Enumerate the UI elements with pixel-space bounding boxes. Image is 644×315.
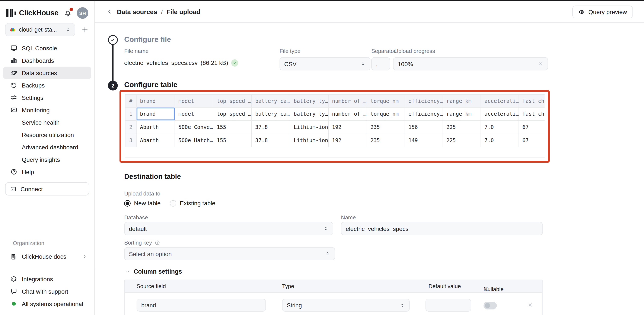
table-cell[interactable]: battery_ca… — [252, 107, 290, 120]
table-cell[interactable]: 156 — [405, 120, 443, 134]
table-cell[interactable]: top_speed_… — [213, 107, 252, 120]
table-name-input[interactable]: electric_vehicles_specs — [341, 222, 543, 235]
sidebar-item-chat-with-support[interactable]: Chat with support — [3, 285, 91, 298]
column-header: fast_cha — [519, 94, 544, 107]
sidebar-item-service-health[interactable]: Service health — [3, 116, 91, 128]
sidebar-item-monitoring[interactable]: Monitoring — [3, 104, 91, 116]
table-cell[interactable]: 155 — [213, 134, 252, 147]
source-field-input[interactable]: brand — [136, 299, 266, 312]
table-cell[interactable]: 67 — [519, 134, 544, 147]
column-settings-toggle[interactable]: Column settings — [125, 268, 182, 275]
preview-table-container: #brandmodeltop_speed_…battery_ca…battery… — [125, 94, 544, 158]
table-row: 1brandmodeltop_speed_…battery_ca…battery… — [125, 107, 544, 120]
table-cell[interactable]: 37.8 — [252, 120, 290, 134]
back-button[interactable] — [106, 8, 113, 15]
table-cell[interactable]: 225 — [443, 120, 481, 134]
table-cell[interactable]: 192 — [328, 134, 367, 147]
step-2-indicator: 2 — [108, 81, 118, 90]
sidebar-item-settings[interactable]: Settings — [3, 91, 91, 104]
upload-progress-field: 100% — [393, 57, 548, 70]
table-cell[interactable]: 7.0 — [481, 134, 519, 147]
table-cell[interactable]: 225 — [443, 134, 481, 147]
sidebar-item-label: Backups — [22, 82, 44, 88]
column-settings-table: Source field Type Default value Nullable… — [124, 280, 543, 315]
table-cell[interactable]: 149 — [405, 134, 443, 147]
column-header: battery_ca… — [252, 94, 290, 107]
table-row: 2Abarth500e Conve…15537.8Lithium-ion1922… — [125, 120, 544, 134]
sidebar-item-query-insights[interactable]: Query insights — [3, 153, 91, 166]
radio-new-table[interactable]: New table — [124, 200, 161, 206]
table-cell[interactable]: 235 — [367, 120, 405, 134]
chevron-updown-icon — [400, 302, 405, 308]
table-cell[interactable]: 7.0 — [481, 120, 519, 134]
table-cell[interactable]: efficiency… — [405, 107, 443, 120]
radio-existing-table[interactable]: Existing table — [170, 200, 216, 206]
table-cell[interactable]: 67 — [519, 120, 544, 134]
table-cell[interactable]: accelerati… — [481, 107, 519, 120]
close-icon[interactable] — [538, 61, 543, 66]
notifications-button[interactable] — [64, 9, 72, 17]
data-sources-icon — [10, 69, 18, 76]
source-field-header: Source field — [136, 283, 166, 290]
name-label: Name — [341, 214, 356, 221]
sidebar-nav: SQL ConsoleDashboardsData sourcesBackups… — [0, 42, 94, 178]
query-preview-button[interactable]: Query preview — [572, 5, 633, 18]
destination-table-title: Destination table — [124, 172, 181, 180]
table-cell[interactable]: 37.8 — [252, 134, 290, 147]
clickhouse-console: ClickHouse SH cloud-get-sta... SQL Conso… — [0, 0, 644, 315]
sidebar-item-data-sources[interactable]: Data sources — [3, 66, 91, 79]
info-icon[interactable] — [154, 240, 160, 246]
sidebar-item-advanced-dashboard[interactable]: Advanced dashboard — [3, 141, 91, 153]
sidebar-item-sql-console[interactable]: SQL Console — [3, 42, 91, 54]
notification-dot — [69, 8, 73, 11]
table-cell[interactable]: battery_ty… — [290, 107, 328, 120]
sidebar-item-resource-utilization[interactable]: Resource utilization — [3, 128, 91, 141]
connect-button[interactable]: Connect — [5, 182, 89, 196]
plus-icon — [81, 26, 89, 34]
table-cell[interactable]: brand — [136, 107, 175, 120]
sorting-key-select[interactable]: Select an option — [124, 247, 335, 260]
table-cell[interactable]: 192 — [328, 120, 367, 134]
service-selector[interactable]: cloud-get-sta... — [5, 23, 75, 36]
file-size: (86.21 kB) — [200, 60, 228, 66]
app-title: ClickHouse — [19, 8, 58, 18]
table-cell[interactable]: number_of_… — [328, 107, 367, 120]
table-cell[interactable]: 500e Conve… — [175, 120, 213, 134]
type-select[interactable]: String — [282, 299, 410, 312]
table-cell[interactable]: Abarth — [136, 134, 175, 147]
breadcrumb-data-sources[interactable]: Data sources — [117, 8, 157, 15]
table-cell[interactable]: Lithium-ion — [290, 120, 328, 134]
table-cell[interactable]: range_km — [443, 107, 481, 120]
building-icon — [10, 253, 18, 260]
separator-input[interactable]: , — [371, 57, 390, 70]
connect-icon — [10, 186, 17, 192]
sidebar-item-integrations[interactable]: Integrations — [3, 273, 91, 285]
table-cell[interactable]: 235 — [367, 134, 405, 147]
table-cell[interactable]: fast_cha — [519, 107, 544, 120]
sidebar-item-label: Data sources — [22, 69, 57, 76]
table-cell[interactable]: 500e Hatch… — [175, 134, 213, 147]
avatar[interactable]: SH — [77, 7, 88, 19]
table-cell[interactable]: 155 — [213, 120, 252, 134]
add-service-button[interactable] — [81, 26, 89, 34]
table-cell[interactable]: Lithium-ion — [290, 134, 328, 147]
sidebar-item-all-systems-operational[interactable]: All systems operational — [3, 298, 91, 310]
sidebar-spacer — [0, 196, 94, 240]
chevron-updown-icon — [323, 226, 328, 231]
info-icon[interactable] — [484, 286, 489, 292]
database-select[interactable]: default — [124, 222, 333, 235]
remove-column-icon[interactable] — [528, 302, 533, 308]
file-success-badge — [231, 59, 238, 66]
table-cell[interactable]: Abarth — [136, 120, 175, 134]
nullable-toggle[interactable] — [484, 302, 497, 309]
sidebar-item-dashboards[interactable]: Dashboards — [3, 54, 91, 66]
sidebar-item-clickhouse-docs[interactable]: ClickHouse docs — [0, 250, 94, 263]
file-type-select[interactable]: CSV — [280, 57, 370, 70]
default-value-input[interactable] — [426, 299, 471, 312]
sidebar-item-backups[interactable]: Backups — [3, 79, 91, 91]
sidebar-item-help[interactable]: Help — [3, 166, 91, 178]
table-cell[interactable]: torque_nm — [367, 107, 405, 120]
table-cell[interactable]: model — [175, 107, 213, 120]
column-settings-header: Source field Type Default value Nullable — [124, 280, 542, 293]
column-header: battery_ty… — [290, 94, 328, 107]
